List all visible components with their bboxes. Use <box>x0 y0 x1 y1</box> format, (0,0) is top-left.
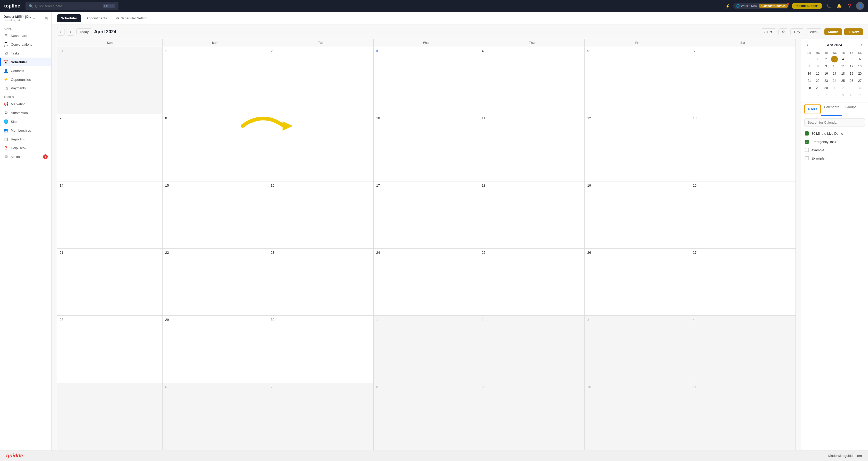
calendar-cell[interactable]: 22 <box>162 249 268 316</box>
calendar-cell[interactable]: 6 <box>690 47 796 114</box>
calendar-cell[interactable]: 17 <box>374 181 479 249</box>
calendar-updates-badge[interactable]: Calendar Updates <box>759 4 788 8</box>
sidebar-item-marketing[interactable]: 📢 Marketing <box>0 100 51 109</box>
support-button[interactable]: topline Support <box>792 3 822 9</box>
panel-tab-users[interactable]: Users <box>804 104 821 114</box>
sidebar-item-scheduler[interactable]: 📅 Scheduler <box>0 58 51 66</box>
mini-cal-day[interactable]: 5 <box>806 92 812 99</box>
panel-tab-calendars[interactable]: Calendars <box>821 102 842 116</box>
calendar-checkbox[interactable] <box>805 148 809 152</box>
mini-cal-day[interactable]: 9 <box>840 92 846 99</box>
mini-cal-prev-button[interactable]: ‹ <box>805 42 810 48</box>
calendar-cell[interactable]: 30 <box>268 316 374 383</box>
month-view-button[interactable]: Month <box>825 28 842 35</box>
calendar-cell[interactable]: 27 <box>690 249 796 316</box>
calendar-cell[interactable]: 11 <box>690 383 796 450</box>
calendar-cell[interactable]: 23 <box>268 249 374 316</box>
mini-cal-day[interactable]: 3 <box>831 56 838 62</box>
sidebar-item-reporting[interactable]: 📊 Reporting <box>0 135 51 144</box>
calendar-cell[interactable]: 15 <box>162 181 268 249</box>
calendar-item[interactable]: ✓Emergency Task <box>801 137 868 146</box>
calendar-cell[interactable]: 19 <box>585 181 690 249</box>
sidebar-item-memberships[interactable]: 👥 Memberships <box>0 126 51 135</box>
mini-cal-day[interactable]: 10 <box>848 92 855 99</box>
tab-settings[interactable]: ⚙ Scheduler Setting <box>112 14 151 22</box>
sidebar-item-helpdesk[interactable]: ❓ Help Desk <box>0 144 51 152</box>
search-bar[interactable]: 🔍 Ctrl + K <box>26 2 118 10</box>
tab-scheduler[interactable]: Scheduler <box>57 14 81 22</box>
mini-cal-day[interactable]: 31 <box>806 56 812 62</box>
mini-cal-day[interactable]: 1 <box>831 85 838 91</box>
calendar-cell[interactable]: 4 <box>690 316 796 383</box>
mini-cal-day[interactable]: 4 <box>840 56 846 62</box>
sidebar-item-automation[interactable]: ⚙ Automation <box>0 109 51 117</box>
tab-appointments[interactable]: Appointments <box>82 14 111 22</box>
mini-cal-day[interactable]: 3 <box>848 85 855 91</box>
mini-cal-next-button[interactable]: › <box>860 42 864 48</box>
mini-cal-day[interactable]: 28 <box>806 85 812 91</box>
calendar-cell[interactable]: 3 <box>585 316 690 383</box>
sidebar-item-sites[interactable]: 🌐 Sites <box>0 117 51 126</box>
mini-cal-day[interactable]: 10 <box>831 63 838 70</box>
avatar[interactable]: 👤 <box>856 2 864 10</box>
calendar-cell[interactable]: 31 <box>57 47 162 114</box>
calendar-cell[interactable]: 29 <box>162 316 268 383</box>
calendar-checkbox[interactable]: ✓ <box>805 131 809 135</box>
calendar-cell[interactable]: 26 <box>585 249 690 316</box>
next-month-button[interactable]: › <box>67 28 74 36</box>
calendar-cell[interactable]: 14 <box>57 181 162 249</box>
mini-cal-day[interactable]: 15 <box>814 70 821 77</box>
help-icon[interactable]: ❓ <box>846 3 853 9</box>
filter-button[interactable]: All ▼ <box>761 28 776 35</box>
calendar-cell[interactable]: 1 <box>374 316 479 383</box>
calendar-cell[interactable]: 8 <box>162 114 268 181</box>
sidebar-item-conversations[interactable]: 💬 Conversations <box>0 40 51 49</box>
day-view-button[interactable]: Day <box>790 28 804 35</box>
mini-cal-day[interactable]: 12 <box>848 63 855 70</box>
calendar-cell[interactable]: 5 <box>585 47 690 114</box>
mini-cal-day[interactable]: 11 <box>857 92 863 99</box>
calendar-cell[interactable]: 9 <box>479 383 585 450</box>
calendar-cell[interactable]: 18 <box>479 181 585 249</box>
mini-cal-day[interactable]: 2 <box>840 85 846 91</box>
mini-cal-day[interactable]: 27 <box>857 78 863 84</box>
mini-cal-day[interactable]: 1 <box>814 56 821 62</box>
calendar-cell[interactable]: 11 <box>479 114 585 181</box>
calendar-cell[interactable]: 10 <box>374 114 479 181</box>
mini-cal-day[interactable]: 6 <box>857 56 863 62</box>
sidebar-item-tasks[interactable]: ☑ Tasks <box>0 49 51 58</box>
mini-cal-day[interactable]: 19 <box>848 70 855 77</box>
mini-cal-day[interactable]: 25 <box>840 78 846 84</box>
mini-cal-day[interactable]: 22 <box>814 78 821 84</box>
calendar-cell[interactable]: 13 <box>690 114 796 181</box>
calendar-cell[interactable]: 8 <box>374 383 479 450</box>
new-event-button[interactable]: + New <box>844 28 863 35</box>
mini-cal-day[interactable]: 24 <box>831 78 838 84</box>
calendar-cell[interactable]: 25 <box>479 249 585 316</box>
prev-month-button[interactable]: ‹ <box>57 28 64 36</box>
mini-cal-day[interactable]: 17 <box>831 70 838 77</box>
mini-cal-day[interactable]: 4 <box>857 85 863 91</box>
mini-cal-day[interactable]: 7 <box>823 92 830 99</box>
calendar-cell[interactable]: 24 <box>374 249 479 316</box>
mini-cal-day[interactable]: 8 <box>831 92 838 99</box>
calendar-cell[interactable]: 6 <box>162 383 268 450</box>
search-input[interactable] <box>35 4 101 8</box>
calendar-item[interactable]: ✓30 Minute Live Demo <box>801 129 868 137</box>
bell-icon[interactable]: 🔔 <box>836 3 843 9</box>
calendar-item[interactable]: Example <box>801 154 868 162</box>
calendar-cell[interactable]: 10 <box>585 383 690 450</box>
calendar-cell[interactable]: 12 <box>585 114 690 181</box>
mini-cal-day[interactable]: 5 <box>848 56 855 62</box>
mini-cal-day[interactable]: 2 <box>823 56 830 62</box>
today-button[interactable]: Today <box>76 28 92 35</box>
mini-cal-day[interactable]: 9 <box>823 63 830 70</box>
sidebar-item-opportunities[interactable]: ⚡ Opportunities <box>0 75 51 84</box>
mini-cal-day[interactable]: 23 <box>823 78 830 84</box>
mini-cal-day[interactable]: 7 <box>806 63 812 70</box>
calendar-search-input[interactable] <box>804 119 865 126</box>
calendar-cell[interactable]: 16 <box>268 181 374 249</box>
sidebar-toggle-icon[interactable]: ⊟ <box>44 16 48 21</box>
calendar-cell[interactable]: 5 <box>57 383 162 450</box>
mini-cal-day[interactable]: 6 <box>814 92 821 99</box>
